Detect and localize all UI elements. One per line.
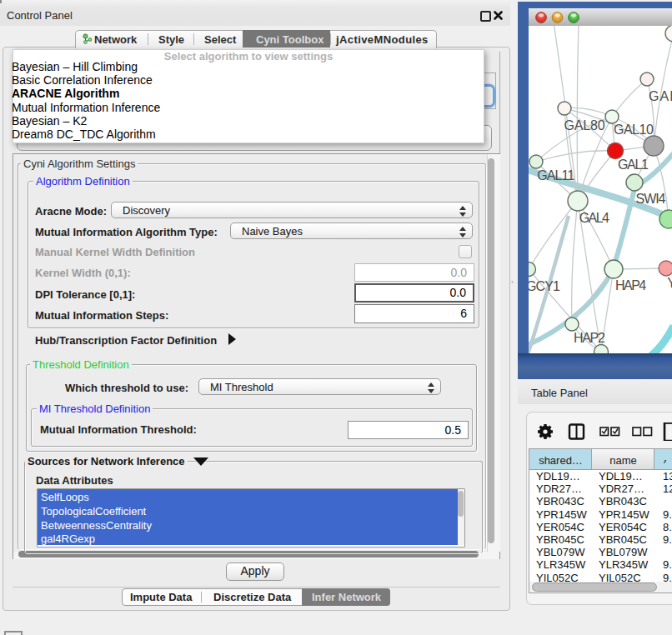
svg-text:GAL10: GAL10 bbox=[614, 122, 654, 137]
svg-text:HAP2: HAP2 bbox=[574, 331, 605, 345]
svg-text:SWI4: SWI4 bbox=[636, 192, 666, 206]
svg-text:GAL4: GAL4 bbox=[579, 211, 609, 225]
svg-text:GAL1: GAL1 bbox=[618, 158, 649, 172]
svg-text:GAL7: GAL7 bbox=[649, 89, 672, 103]
svg-text:GCY1: GCY1 bbox=[529, 279, 560, 293]
svg-text:HAP4: HAP4 bbox=[615, 278, 646, 292]
svg-text:Y: Y bbox=[667, 276, 672, 290]
svg-text:GAL11: GAL11 bbox=[537, 168, 574, 182]
svg-text:GAL80: GAL80 bbox=[564, 118, 605, 132]
